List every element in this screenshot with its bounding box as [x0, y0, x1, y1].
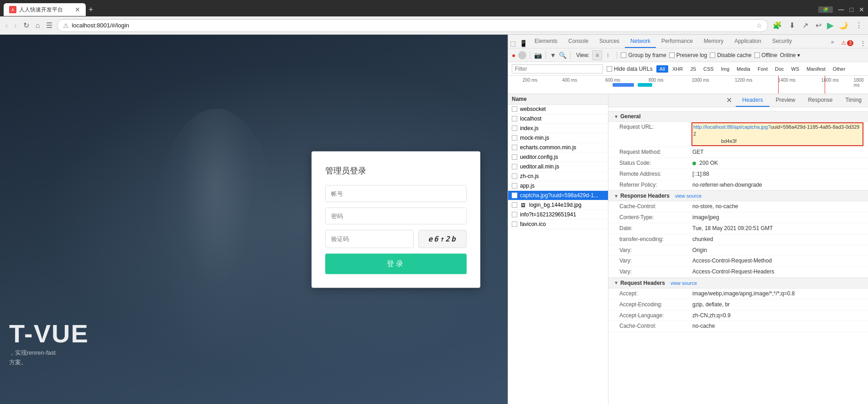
file-checkbox-loginbg[interactable] — [512, 202, 517, 208]
filter-input[interactable] — [512, 64, 603, 73]
search-icon[interactable]: 🔍 — [559, 52, 567, 59]
file-checkbox-mockminjs[interactable] — [512, 135, 517, 141]
disable-cache-checkbox[interactable] — [710, 52, 715, 58]
general-section-header[interactable]: ▼ General — [608, 111, 868, 122]
bookmark-button[interactable]: ☰ — [44, 20, 54, 31]
forward-button[interactable]: › — [12, 21, 18, 31]
reload-button[interactable]: ↻ — [21, 20, 31, 31]
list-view-button[interactable]: ≡ — [592, 50, 602, 60]
extensions-puzzle-icon[interactable]: 🧩 — [771, 20, 784, 31]
address-bar[interactable]: ⚠ localhost:8001/#/login ☆ — [57, 19, 768, 32]
file-item-favicon[interactable]: favicon.ico — [508, 220, 608, 229]
maximize-button[interactable]: □ — [850, 6, 853, 13]
extensions-icon[interactable]: 🧩 — [818, 6, 833, 13]
request-url-value[interactable]: http://localhost:88/api/captcha.jpg?uuid… — [692, 123, 863, 145]
file-item-ueditorconfig[interactable]: ueditor.config.js — [508, 152, 608, 162]
tab-console[interactable]: Console — [563, 35, 594, 48]
hide-data-urls-checkbox[interactable] — [607, 66, 612, 72]
filter-type-other[interactable]: Other — [830, 65, 849, 73]
filter-type-manifest[interactable]: Manifest — [803, 65, 829, 73]
request-headers-section[interactable]: ▼ Request Headers view source — [608, 278, 868, 289]
camera-button[interactable]: 📷 — [534, 52, 542, 59]
filter-type-doc[interactable]: Doc — [772, 65, 787, 73]
tab-security[interactable]: Security — [767, 35, 797, 48]
filter-type-media[interactable]: Media — [733, 65, 754, 73]
tab-performance[interactable]: Performance — [656, 35, 698, 48]
vue-devtools-icon[interactable]: ▶ — [827, 21, 833, 31]
waterfall-view-button[interactable]: ⫶ — [603, 50, 613, 60]
close-window-button[interactable]: ✕ — [859, 6, 864, 13]
file-item-captcha[interactable]: captcha.jpg?uuid=598a429d-1... — [508, 191, 608, 200]
share-icon[interactable]: ↗ — [800, 20, 810, 31]
offline-checkbox[interactable] — [754, 52, 760, 58]
filter-type-font[interactable]: Font — [754, 65, 771, 73]
minimize-button[interactable]: ─ — [838, 5, 844, 15]
night-mode-icon[interactable]: 🌙 — [837, 20, 850, 31]
tab-close-button[interactable]: ✕ — [75, 6, 80, 13]
response-headers-section[interactable]: ▼ Response Headers view source — [608, 190, 868, 201]
file-checkbox-favicon[interactable] — [512, 221, 517, 227]
file-item-mockminjs[interactable]: mock-min.js — [508, 133, 608, 143]
devtools-device-button[interactable]: 📱 — [518, 39, 529, 48]
filter-type-js[interactable]: JS — [687, 65, 699, 73]
file-checkbox-info[interactable] — [512, 212, 517, 217]
password-input[interactable] — [325, 207, 467, 224]
file-item-echarts[interactable]: echarts.common.min.js — [508, 143, 608, 152]
tab-elements[interactable]: Elements — [529, 35, 563, 48]
login-button[interactable]: 登录 — [325, 253, 467, 274]
more-tabs-button[interactable]: » — [827, 36, 838, 48]
filter-type-ws[interactable]: WS — [788, 65, 803, 73]
filter-type-img[interactable]: Img — [718, 65, 733, 73]
tab-sources[interactable]: Sources — [594, 35, 625, 48]
file-checkbox-ueditorall[interactable] — [512, 164, 517, 169]
request-headers-view-source[interactable]: view source — [670, 280, 697, 286]
tab-network[interactable]: Network — [625, 35, 656, 48]
back-button[interactable]: ‹ — [4, 21, 10, 31]
home-button[interactable]: ⌂ — [34, 21, 42, 31]
response-headers-view-source[interactable]: view source — [675, 193, 702, 199]
detail-tab-preview[interactable]: Preview — [769, 94, 802, 107]
file-checkbox-localhost[interactable] — [512, 116, 517, 121]
file-item-localhost[interactable]: localhost — [508, 114, 608, 124]
file-checkbox-zhcn[interactable] — [512, 173, 517, 179]
menu-icon[interactable]: ⋮ — [853, 20, 864, 31]
preserve-log-checkbox[interactable] — [669, 52, 675, 58]
file-checkbox-captcha[interactable] — [512, 193, 517, 198]
group-by-frame-checkbox[interactable] — [621, 52, 626, 58]
devtools-inspect-button[interactable]: ⬚ — [508, 39, 518, 48]
captcha-input[interactable] — [325, 230, 414, 248]
username-input[interactable] — [325, 185, 467, 202]
filter-icon[interactable]: ▼ — [550, 52, 556, 59]
detail-tab-headers[interactable]: Headers — [736, 94, 769, 107]
file-checkbox-echarts[interactable] — [512, 145, 517, 150]
devtools-settings-button[interactable]: ⋮ — [858, 39, 868, 48]
filter-type-all[interactable]: All — [656, 65, 668, 73]
file-checkbox-indexjs[interactable] — [512, 126, 517, 131]
record-button[interactable]: ● — [512, 52, 515, 59]
file-checkbox-appjs[interactable] — [512, 183, 517, 189]
file-item-appjs[interactable]: app.js — [508, 181, 608, 191]
download-icon[interactable]: ⬇ — [787, 20, 797, 31]
throttle-select[interactable]: Online ▾ — [780, 52, 800, 58]
close-detail-button[interactable]: ✕ — [722, 94, 736, 107]
file-checkbox-websocket[interactable] — [512, 106, 517, 112]
tab-application[interactable]: Application — [729, 35, 767, 48]
detail-tab-timing[interactable]: Timing — [839, 94, 868, 107]
filter-type-xhr[interactable]: XHR — [669, 65, 686, 73]
file-checkbox-ueditorconfig[interactable] — [512, 154, 517, 160]
filter-type-css[interactable]: CSS — [700, 65, 717, 73]
file-item-indexjs[interactable]: index.js — [508, 124, 608, 133]
history-back-icon[interactable]: ↩ — [814, 20, 823, 31]
tab-memory[interactable]: Memory — [698, 35, 729, 48]
file-item-ueditorall[interactable]: ueditor.all.min.js — [508, 162, 608, 172]
stop-button[interactable] — [518, 51, 526, 59]
captcha-image[interactable]: e6↑2b — [418, 230, 467, 248]
file-item-loginbg[interactable]: 🖼 login_bg.144e19d.jpg — [508, 200, 608, 210]
file-item-zhcn[interactable]: zh-cn.js — [508, 172, 608, 181]
detail-tab-response[interactable]: Response — [801, 94, 839, 107]
new-tab-button[interactable]: + — [88, 5, 94, 15]
file-item-info[interactable]: info?t=1621329651941 — [508, 210, 608, 220]
file-item-websocket[interactable]: websocket — [508, 105, 608, 114]
active-tab[interactable]: 人 人人快速开发平台 ✕ — [4, 3, 86, 16]
bookmark-star-icon[interactable]: ☆ — [756, 22, 762, 29]
